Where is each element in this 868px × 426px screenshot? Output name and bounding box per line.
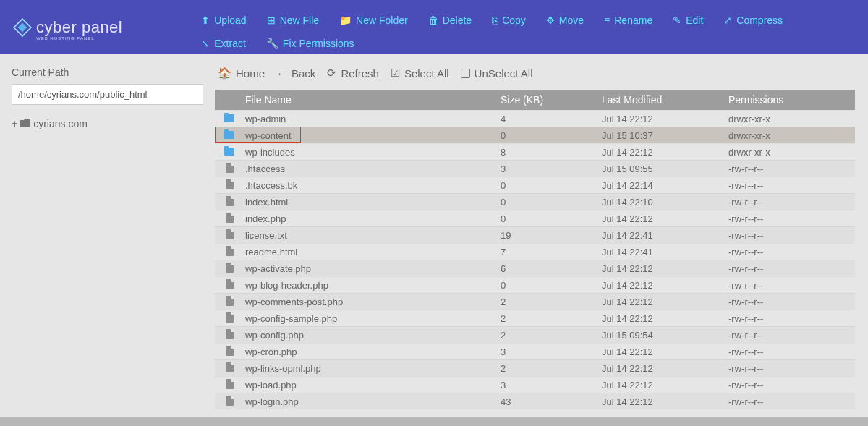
fix-permissions-button[interactable]: 🔧Fix Permissions [256, 32, 365, 55]
table-row[interactable]: .htaccess.bk0Jul 14 22:14-rw-r--r-- [215, 176, 855, 193]
col-size[interactable]: Size (KB) [501, 94, 602, 106]
file-icon [226, 379, 234, 389]
cell-size: 6 [501, 263, 602, 274]
top-bar: cyber panel WEB HOSTING PANEL ⬆Upload⊞Ne… [0, 0, 868, 54]
table-row[interactable]: index.php0Jul 14 22:12-rw-r--r-- [215, 210, 855, 226]
file-icon [226, 346, 234, 356]
current-path-label: Current Path [12, 67, 206, 78]
table-row[interactable]: wp-content0Jul 15 10:37drwxr-xr-x [215, 127, 855, 143]
file-icon [226, 246, 234, 256]
home-button[interactable]: 🏠Home [218, 67, 265, 80]
trash-icon: 🗑 [428, 14, 438, 26]
edit-icon: ✎ [673, 14, 681, 26]
file-icon [226, 263, 234, 273]
file-icon [226, 179, 234, 189]
cell-size: 2 [501, 297, 602, 307]
toolbar-label: Edit [686, 14, 703, 26]
cell-modified: Jul 14 22:12 [602, 114, 728, 124]
back-icon: ← [276, 67, 287, 80]
cell-perms: drwxr-xr-x [728, 147, 855, 158]
table-row[interactable]: wp-cron.php3Jul 14 22:12-rw-r--r-- [215, 343, 855, 359]
table-row[interactable]: wp-config.php2Jul 15 09:54-rw-r--r-- [215, 326, 855, 343]
back-button[interactable]: ←Back [276, 67, 315, 80]
cell-size: 8 [501, 147, 602, 158]
toolbar-label: New Folder [356, 14, 408, 26]
table-row[interactable]: wp-includes8Jul 14 22:12drwxr-xr-x [215, 143, 855, 160]
cell-modified: Jul 14 22:10 [602, 197, 728, 208]
table-row[interactable]: wp-login.php43Jul 14 22:12-rw-r--r-- [215, 393, 855, 409]
cell-name: .htaccess [244, 163, 501, 174]
upload-button[interactable]: ⬆Upload [191, 9, 256, 32]
new-file-button[interactable]: ⊞New File [257, 9, 329, 32]
brand-logo: cyber panel WEB HOSTING PANEL [13, 0, 122, 41]
move-icon: ✥ [546, 14, 555, 26]
col-modified[interactable]: Last Modified [602, 94, 728, 106]
cyberpanel-logo-icon [13, 18, 32, 37]
delete-button[interactable]: 🗑Delete [418, 9, 482, 32]
cell-name: .htaccess.bk [244, 180, 501, 191]
edit-button[interactable]: ✎Edit [663, 9, 713, 32]
cell-name: wp-cron.php [244, 346, 501, 357]
col-name[interactable]: File Name [244, 94, 501, 106]
cell-name: wp-config.php [244, 330, 501, 341]
new-folder-button[interactable]: 📁New Folder [329, 9, 418, 32]
table-row[interactable]: license.txt19Jul 14 22:41-rw-r--r-- [215, 226, 855, 243]
compress-icon: ⤢ [723, 14, 732, 26]
table-row[interactable]: wp-admin4Jul 14 22:12drwxr-xr-x [215, 110, 855, 127]
table-row[interactable]: wp-comments-post.php2Jul 14 22:12-rw-r--… [215, 293, 855, 310]
action-toolbar: ⬆Upload⊞New File📁New Folder🗑Delete⎘Copy✥… [191, 0, 842, 55]
upload-icon: ⬆ [201, 14, 210, 26]
toolbar-label: Copy [502, 14, 526, 26]
tree-root[interactable]: + cyrians.com [12, 118, 206, 129]
file-icon [226, 312, 234, 323]
table-row[interactable]: wp-links-opml.php2Jul 14 22:12-rw-r--r-- [215, 359, 855, 376]
main-panel: 🏠Home ←Back ⟳Refresh ☑Select All UnSelec… [206, 54, 868, 426]
toolbar-label: Delete [443, 14, 472, 26]
refresh-button[interactable]: ⟳Refresh [327, 67, 379, 80]
cell-name: wp-config-sample.php [244, 313, 501, 324]
cell-size: 0 [501, 213, 602, 224]
table-row[interactable]: .htaccess3Jul 15 09:55-rw-r--r-- [215, 160, 855, 176]
col-perms[interactable]: Permissions [728, 94, 855, 106]
cell-name: license.txt [244, 230, 501, 241]
file-icon [226, 213, 234, 223]
table-row[interactable]: wp-load.php3Jul 14 22:12-rw-r--r-- [215, 376, 855, 393]
cell-modified: Jul 15 09:54 [602, 330, 728, 341]
table-row[interactable]: wp-blog-header.php0Jul 14 22:12-rw-r--r-… [215, 276, 855, 293]
move-button[interactable]: ✥Move [536, 9, 594, 32]
compress-button[interactable]: ⤢Compress [713, 9, 793, 32]
cell-modified: Jul 14 22:14 [602, 180, 728, 191]
cell-perms: -rw-r--r-- [728, 396, 855, 407]
unselect-all-button[interactable]: UnSelect All [461, 67, 533, 80]
extract-button[interactable]: ⤡Extract [191, 32, 256, 55]
cell-size: 0 [501, 180, 602, 191]
cell-perms: -rw-r--r-- [728, 297, 855, 307]
table-row[interactable]: readme.html7Jul 14 22:41-rw-r--r-- [215, 243, 855, 260]
refresh-icon: ⟳ [327, 67, 336, 80]
copy-button[interactable]: ⎘Copy [482, 9, 536, 32]
file-icon [226, 396, 234, 406]
select-all-button[interactable]: ☑Select All [391, 67, 449, 80]
copy-icon: ⎘ [492, 14, 498, 26]
folder-icon [224, 114, 234, 122]
rename-button[interactable]: ≡Rename [594, 9, 663, 32]
cell-size: 2 [501, 330, 602, 341]
plus-square-icon: ⊞ [267, 14, 276, 26]
table-row[interactable]: index.html0Jul 14 22:10-rw-r--r-- [215, 193, 855, 210]
toolbar-label: Upload [214, 14, 246, 26]
cell-size: 2 [501, 313, 602, 324]
table-row[interactable]: wp-activate.php6Jul 14 22:12-rw-r--r-- [215, 260, 855, 276]
table-row[interactable]: wp-config-sample.php2Jul 14 22:12-rw-r--… [215, 310, 855, 326]
cell-perms: -rw-r--r-- [728, 197, 855, 208]
file-icon [226, 296, 234, 306]
current-path-input[interactable] [12, 84, 203, 105]
tree-root-label: cyrians.com [33, 118, 88, 129]
cell-perms: -rw-r--r-- [728, 330, 855, 341]
tree-expand-icon[interactable]: + [12, 118, 17, 129]
folder-icon [20, 118, 30, 129]
horizontal-scrollbar[interactable] [0, 417, 868, 426]
cell-name: wp-includes [244, 147, 501, 158]
cell-modified: Jul 14 22:12 [602, 297, 728, 307]
file-icon [226, 329, 234, 339]
cell-name: wp-blog-header.php [244, 280, 501, 291]
